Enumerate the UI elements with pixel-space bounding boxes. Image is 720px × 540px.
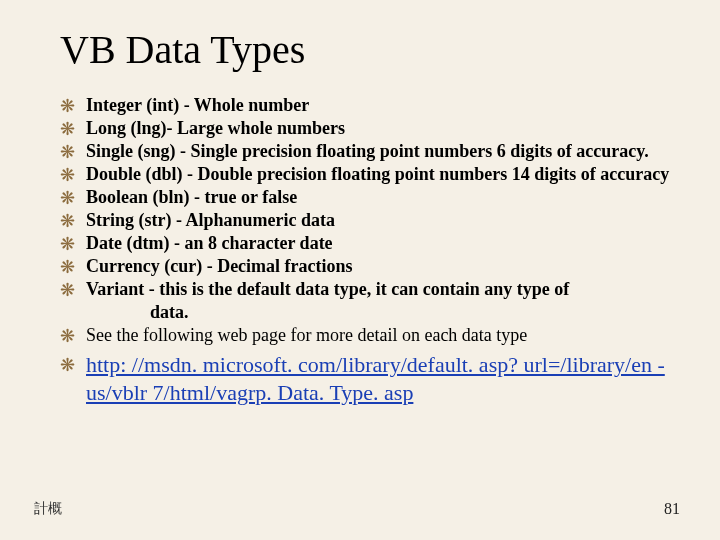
- list-item: ❋ Currency (cur) - Decimal fractions: [60, 255, 680, 278]
- bullet-list: ❋ Integer (int) - Whole number ❋ Long (l…: [60, 94, 680, 406]
- list-item: ❋ Long (lng)- Large whole numbers: [60, 117, 680, 140]
- item-bold: Boolean (bln): [86, 187, 190, 207]
- bullet-icon: ❋: [60, 256, 75, 279]
- item-rest: - Decimal fractions: [202, 256, 352, 276]
- list-item: ❋ Double (dbl) - Double precision floati…: [60, 163, 680, 186]
- item-rest: See the following web page for more deta…: [86, 325, 527, 345]
- item-bold: Long (lng): [86, 118, 167, 138]
- list-item: ❋ Single (sng) - Single precision floati…: [60, 140, 680, 163]
- bullet-icon: ❋: [60, 233, 75, 256]
- item-rest: - Single precision floating point number…: [176, 141, 649, 161]
- list-item: ❋ Date (dtm) - an 8 character date: [60, 232, 680, 255]
- item-bold: String (str): [86, 210, 171, 230]
- bullet-icon: ❋: [60, 118, 75, 141]
- item-rest: - Whole number: [179, 95, 309, 115]
- item-bold: Integer (int): [86, 95, 179, 115]
- item-bold: Double (dbl): [86, 164, 183, 184]
- reference-link[interactable]: http: //msdn. microsoft. com/library/def…: [86, 351, 680, 406]
- slide: VB Data Types ❋ Integer (int) - Whole nu…: [0, 0, 720, 540]
- list-item: ❋ See the following web page for more de…: [60, 324, 680, 347]
- page-title: VB Data Types: [60, 28, 680, 72]
- list-item: ❋ String (str) - Alphanumeric data: [60, 209, 680, 232]
- item-rest: - an 8 character date: [169, 233, 332, 253]
- list-item: ❋ Integer (int) - Whole number: [60, 94, 680, 117]
- item-bold: Variant: [86, 279, 144, 299]
- list-item: ❋ Boolean (bln) - true or false: [60, 186, 680, 209]
- bullet-icon: ❋: [60, 164, 75, 187]
- bullet-icon: ❋: [60, 354, 75, 377]
- item-rest: - Alphanumeric data: [171, 210, 335, 230]
- bullet-icon: ❋: [60, 279, 75, 302]
- item-rest: - Large whole numbers: [167, 118, 346, 138]
- bullet-icon: ❋: [60, 210, 75, 233]
- page-number: 81: [664, 500, 680, 518]
- item-bold: Single (sng): [86, 141, 176, 161]
- item-rest: - Double precision floating point number…: [183, 164, 670, 184]
- item-bold: Currency (cur): [86, 256, 202, 276]
- item-continuation: data.: [60, 301, 680, 324]
- bullet-icon: ❋: [60, 95, 75, 118]
- item-rest: - true or false: [190, 187, 298, 207]
- list-item: ❋ Variant - this is the default data typ…: [60, 278, 680, 301]
- bullet-icon: ❋: [60, 187, 75, 210]
- list-item: ❋ http: //msdn. microsoft. com/library/d…: [60, 351, 680, 406]
- bullet-icon: ❋: [60, 325, 75, 348]
- item-rest: - this is the default data type, it can …: [144, 279, 569, 299]
- footer-left-text: 計概: [34, 500, 62, 518]
- item-bold: Date (dtm): [86, 233, 169, 253]
- bullet-icon: ❋: [60, 141, 75, 164]
